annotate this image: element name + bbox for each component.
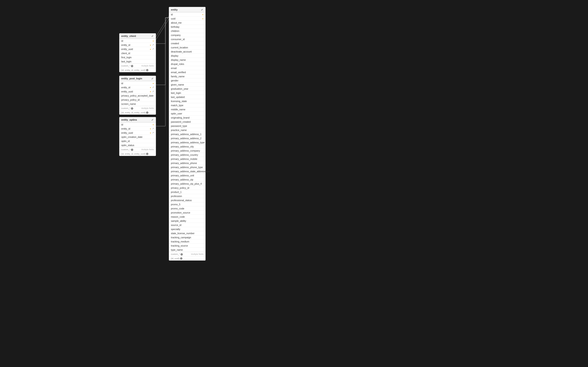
entity-optins-custom-info-icon: i bbox=[131, 149, 133, 151]
entity-field-id: id ⬥ bbox=[169, 12, 205, 17]
canvas: entity ⤢ id ⬥ uuid ⬥ about_me birthday c… bbox=[0, 0, 588, 367]
entity-field-tracking_source: tracking_source bbox=[169, 244, 205, 248]
entity-optins-id-pk-icon: ⬥ bbox=[153, 123, 154, 126]
entity-client-table-name: entity_client bbox=[121, 35, 136, 37]
entity-field-created: created bbox=[169, 41, 205, 45]
entity-post-login-field-id: id ⬥ bbox=[120, 81, 156, 85]
entity-field-specialty: specialty bbox=[169, 227, 205, 231]
entity-field-last_login: last_login bbox=[169, 91, 205, 95]
entity-field-match_type: match_type bbox=[169, 103, 205, 107]
entity-client-entity_id-fk-icon: ↗ bbox=[152, 44, 154, 46]
entity-field-state_license_number: state_license_number bbox=[169, 231, 205, 235]
entity-client-pk-footer: (id, entity_id, entity_uuid) i bbox=[120, 68, 156, 72]
entity-optins-field-entity_uuid: entity_uuid ⬥ ↗ bbox=[120, 131, 156, 135]
entity-field-primary_address_unit: primary_address_unit bbox=[169, 173, 205, 177]
entity-optins-header-icons[interactable]: ⤢ bbox=[151, 118, 154, 121]
entity-field-product_1: product_1 bbox=[169, 190, 205, 194]
entity-field-primary_address_state_abbreviation: primary_address_state_abbreviation bbox=[169, 169, 205, 173]
entity-client-pk-info-icon: i bbox=[146, 69, 148, 71]
entity-field-privacy_policy_id: privacy_policy_id bbox=[169, 186, 205, 190]
entity-field-display_name: display_name bbox=[169, 58, 205, 62]
entity-field-practice_name: practice_name bbox=[169, 128, 205, 132]
connector-lines bbox=[0, 0, 588, 367]
entity-post-login-field-entity_uuid: entity_uuid ⬥ ↗ bbox=[120, 90, 156, 94]
entity-post-login-pk-info-icon: i bbox=[146, 111, 148, 114]
entity-field-birthday: birthday bbox=[169, 25, 205, 29]
entity-field-reason_code: reason_code bbox=[169, 215, 205, 219]
entity-post-login-field-screen_name: screen_name bbox=[120, 102, 156, 106]
entity-field-children: children bbox=[169, 29, 205, 33]
entity-expand-icon[interactable]: ⤢ bbox=[200, 8, 204, 11]
entity-optins-custom-field: custom_* i Multiple fields bbox=[120, 147, 156, 152]
entity-field-display: display bbox=[169, 54, 205, 58]
entity-optins-field-optin_id: optin_id bbox=[120, 139, 156, 143]
entity-field-type_name: type_name bbox=[169, 248, 205, 252]
entity-field-deactivate_account: deactivate_account bbox=[169, 50, 205, 54]
entity-field-graduation_year: graduation_year bbox=[169, 87, 205, 91]
entity-field-primary_address_country: primary_address_country bbox=[169, 153, 205, 157]
entity-post-login-field-entity_id: entity_id ⬥ ↗ bbox=[120, 85, 156, 90]
entity-field-email_verified: email_verified bbox=[169, 70, 205, 74]
entity-id-pk-icon: ⬥ bbox=[202, 13, 204, 16]
entity-client-entity_id-pk-icon: ⬥ bbox=[150, 44, 151, 46]
entity-client-table-header: entity_client ⤢ bbox=[120, 33, 156, 39]
entity-post-login-pk-footer: (id, entity_id, entity_uuid) i bbox=[120, 110, 156, 115]
entity-field-primary_address_city: primary_address_city bbox=[169, 144, 205, 149]
entity-optins-table-name: entity_optins bbox=[121, 118, 137, 121]
entity-field-promo_5: promo_5 bbox=[169, 202, 205, 206]
entity-post-login-field-privacy_policy_id: privacy_policy_id bbox=[120, 98, 156, 102]
entity-custom-field: custom_* i Multiple fields bbox=[169, 252, 205, 256]
entity-optins-pk-footer: (id, entity_id, entity_uuid) i bbox=[120, 152, 156, 156]
entity-field-middle_name: middle_name bbox=[169, 107, 205, 111]
entity-field-source_id: source_id bbox=[169, 223, 205, 227]
entity-optins-entity_id-pk-icon: ⬥ bbox=[150, 127, 151, 130]
entity-field-current_location: current_location bbox=[169, 45, 205, 50]
entity-client-expand-icon[interactable]: ⤢ bbox=[151, 34, 154, 38]
entity-field-primary_address_address_type: primary_address_address_type bbox=[169, 140, 205, 144]
entity-post-login-table-name: entity_post_login bbox=[121, 77, 142, 80]
entity-field-optin_user: optin_user bbox=[169, 111, 205, 116]
entity-field-promo_code: promo_code bbox=[169, 206, 205, 211]
entity-field-password_type: password_type bbox=[169, 124, 205, 128]
entity-field-email: email bbox=[169, 66, 205, 70]
entity-optins-pk-info-icon: i bbox=[146, 153, 148, 155]
entity-custom-info-icon: i bbox=[181, 253, 183, 256]
entity-field-licensing_state: licensing_state bbox=[169, 99, 205, 103]
entity-post-login-entity_id-fk-icon: ↗ bbox=[152, 86, 154, 89]
entity-client-field-first_login: first_login bbox=[120, 55, 156, 59]
entity-field-consumer_id: consumer_id bbox=[169, 37, 205, 41]
entity-field-tracking_campaign: tracking_campaign bbox=[169, 235, 205, 240]
entity-client-id-pk-icon: ⬥ bbox=[153, 40, 154, 42]
entity-post-login-entity_uuid-pk-icon: ⬥ bbox=[150, 90, 151, 93]
entity-client-field-id: id ⬥ bbox=[120, 39, 156, 43]
entity-post-login-expand-icon[interactable]: ⤢ bbox=[151, 77, 154, 80]
entity-pk-footer: (id, uuid) i bbox=[169, 256, 205, 261]
entity-table-header-icons[interactable]: ⤢ bbox=[200, 8, 204, 11]
entity-client-field-entity_uuid: entity_uuid ⬥ ↗ bbox=[120, 47, 156, 51]
entity-field-sample_ability: sample_ability bbox=[169, 219, 205, 223]
entity-table-header: entity ⤢ bbox=[169, 7, 205, 12]
entity-field-given_name: given_name bbox=[169, 83, 205, 87]
entity-field-uuid: uuid ⬥ bbox=[169, 17, 205, 21]
entity-field-drupal_roles: drupal_roles bbox=[169, 62, 205, 66]
entity-optins-field-optin_status: optin_status bbox=[120, 143, 156, 147]
entity-optins-entity_uuid-pk-icon: ⬥ bbox=[150, 131, 151, 134]
entity-post-login-entity_uuid-fk-icon: ↗ bbox=[152, 90, 154, 93]
entity-field-primary_address_zip_plus_4: primary_address_zip_plus_4 bbox=[169, 182, 205, 186]
entity-optins-expand-icon[interactable]: ⤢ bbox=[151, 118, 154, 121]
entity-post-login-header-icons[interactable]: ⤢ bbox=[151, 77, 154, 80]
entity-optins-field-entity_id: entity_id ⬥ ↗ bbox=[120, 127, 156, 131]
entity-client-field-client_id: client_id bbox=[120, 51, 156, 55]
entity-client-entity_uuid-pk-icon: ⬥ bbox=[150, 48, 151, 50]
entity-field-primary_address_address_1: primary_address_address_1 bbox=[169, 132, 205, 136]
entity-optins-entity_id-fk-icon: ↗ bbox=[152, 127, 154, 130]
entity-field-company: company bbox=[169, 33, 205, 37]
entity-optins-field-optin_creation_date: optin_creation_date bbox=[120, 135, 156, 139]
entity-optins-entity_uuid-fk-icon: ↗ bbox=[152, 131, 154, 134]
entity-post-login-table: entity_post_login ⤢ id ⬥ entity_id ⬥ ↗ e… bbox=[119, 76, 156, 115]
entity-client-entity_uuid-fk-icon: ↗ bbox=[152, 48, 154, 50]
entity-optins-field-id: id ⬥ bbox=[120, 123, 156, 127]
entity-field-family_name: family_name bbox=[169, 74, 205, 78]
entity-field-last_updated: last_updated bbox=[169, 95, 205, 99]
entity-client-header-icons[interactable]: ⤢ bbox=[151, 34, 154, 38]
